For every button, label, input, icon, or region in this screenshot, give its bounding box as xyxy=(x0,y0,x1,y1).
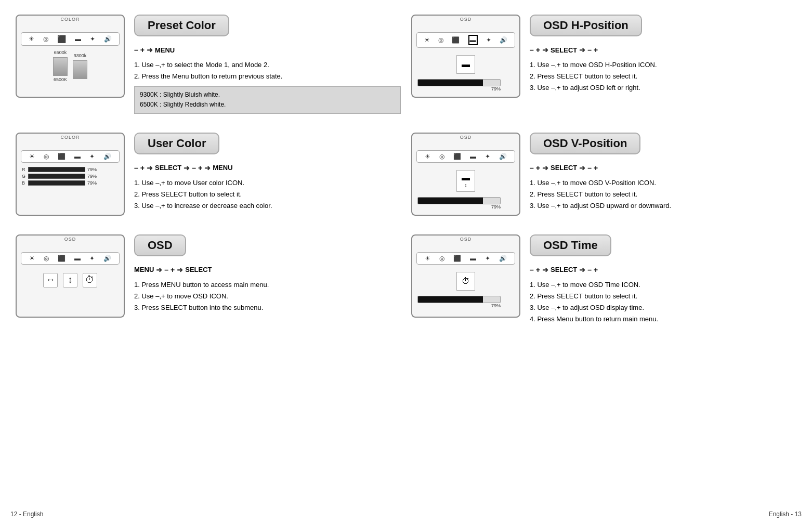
osd-h-title-wrap: OSD H-Position xyxy=(530,15,796,42)
osd-time-progress-label: 79% xyxy=(417,303,501,308)
osd-instruction-1: 1. Press MENU button to access main menu… xyxy=(134,279,401,291)
brightness-icon-osd: ☀ xyxy=(29,255,35,262)
color-icon-osd: ⬛ xyxy=(58,255,66,262)
osd-h-instruction-2: 2. Press SELECT button to select it. xyxy=(530,71,796,82)
preset-color-controls: – + ➜ MENU xyxy=(134,46,401,54)
preset-color-list: 1. Use –,+ to select the Mode 1, and Mod… xyxy=(134,59,401,82)
contrast-icon-h: ◎ xyxy=(438,36,443,44)
color-swatches: 6500k 6500K 9300k xyxy=(17,50,124,82)
contrast-icon-u: ◎ xyxy=(44,153,49,160)
volume-icon-u: 🔊 xyxy=(103,153,111,160)
user-icon-bar: ☀ ◎ ⬛ ▬ ✦ 🔊 xyxy=(21,150,120,163)
osd-title: OSD xyxy=(134,234,186,256)
osd-time-instruction-4: 4. Press Menu button to return main menu… xyxy=(530,313,796,325)
osd-sub-icon-3: ⏱ xyxy=(83,273,97,287)
osd-h-monitor: OSD ☀ ◎ ⬛ ▬ ✦ 🔊 ▬ 79% xyxy=(411,15,520,98)
osd-h-list: 1. Use –,+ to move OSD H-Position ICON. … xyxy=(530,59,796,94)
osd-controls: MENU ➜ – + ➜ SELECT xyxy=(134,266,401,274)
user-color-bars: R 79% G 79% B 79% xyxy=(17,167,124,186)
osd-time-progress-area: 79% xyxy=(412,296,519,308)
swatch-9300k-top-label: 9300k xyxy=(74,53,87,58)
osd-h-instruction-3: 3. Use –,+ to adjust OSD left or right. xyxy=(530,82,796,94)
osd-time-instruction-3: 3. Use –,+ to adjust OSD display time. xyxy=(530,302,796,313)
preset-color-title: Preset Color xyxy=(134,15,229,36)
color-icon: ⬛ xyxy=(57,35,66,43)
osd-v-position-section: OSD ☀ ◎ ⬛ ▬ ✦ 🔊 ▬ ↕ 79% xyxy=(406,123,802,225)
osd-h-icon-bar: ☀ ◎ ⬛ ▬ ✦ 🔊 xyxy=(416,32,515,48)
osd-time-instruction-1: 1. Use –,+ to move OSD Time ICON. xyxy=(530,279,796,291)
footer-left: 12 - English xyxy=(10,511,43,518)
osd-v-list: 1. Use –,+ to move OSD V-Position ICON. … xyxy=(530,177,796,212)
osd-time-progress-fill xyxy=(418,296,483,303)
osd-h-progress-bar xyxy=(417,79,501,86)
osd-time-section: OSD ☀ ◎ ⬛ ▬ ✦ 🔊 ⏱ 79% OSD Time xyxy=(406,225,802,334)
osd-h-title: OSD H-Position xyxy=(530,15,642,36)
osd-sub-icons: ↔ ↕ ⏱ xyxy=(17,273,124,287)
osd-time-monitor: OSD ☀ ◎ ⬛ ▬ ✦ 🔊 ⏱ 79% xyxy=(411,234,520,318)
swatch-9300k-box xyxy=(73,60,87,79)
preset-color-instructions: Preset Color – + ➜ MENU 1. Use –,+ to se… xyxy=(134,15,401,114)
color-icon-u: ⬛ xyxy=(58,153,66,160)
swatch-6500k-top-label: 6500k xyxy=(54,50,67,55)
contrast-icon-osd: ◎ xyxy=(44,255,49,262)
user-monitor-label: COLOR xyxy=(17,135,124,140)
swatch-6500k-box xyxy=(53,57,68,76)
picture-icon-h: ▬ xyxy=(468,35,478,45)
osd-v-title: OSD V-Position xyxy=(530,133,640,154)
color-bar-r: R 79% xyxy=(22,167,119,172)
osd-h-sub-icon-area: ▬ xyxy=(412,55,519,74)
osd-icon-bar: ☀ ◎ ⬛ ▬ ✦ 🔊 xyxy=(21,252,120,265)
preset-info-box: 9300K : Slightly Bluish white. 6500K : S… xyxy=(134,86,401,113)
volume-icon-h: 🔊 xyxy=(500,36,507,44)
osd-v-instruction-1: 1. Use –,+ to move OSD V-Position ICON. xyxy=(530,177,796,189)
osd-time-list: 1. Use –,+ to move OSD Time ICON. 2. Pre… xyxy=(530,279,796,325)
osd-h-monitor-label: OSD xyxy=(412,17,519,22)
contrast-icon-t: ◎ xyxy=(439,255,444,262)
user-color-controls: – + ➜ SELECT ➜ – + ➜ MENU xyxy=(134,164,401,172)
swatch-6500k: 6500k 6500K xyxy=(53,50,68,82)
preset-icon-bar: ☀ ◎ ⬛ ▬ ✦ 🔊 xyxy=(21,32,120,46)
user-color-title: User Color xyxy=(134,133,219,154)
osd-v-icon-bar: ☀ ◎ ⬛ ▬ ✦ 🔊 xyxy=(416,150,515,163)
brightness-icon-t: ☀ xyxy=(425,255,430,262)
user-color-title-wrap: User Color xyxy=(134,133,401,160)
osd-sub-icon-2: ↕ xyxy=(63,273,77,287)
settings-icon-t: ✦ xyxy=(485,255,490,262)
osd-time-progress-bar xyxy=(417,296,501,303)
osd-time-instruction-2: 2. Press SELECT button to select it. xyxy=(530,291,796,302)
picture-icon-v: ▬ xyxy=(470,153,476,160)
user-color-monitor: COLOR ☀ ◎ ⬛ ▬ ✦ 🔊 R 79% G 79% xyxy=(16,133,125,216)
osd-monitor-label: OSD xyxy=(17,237,124,242)
osd-time-title: OSD Time xyxy=(530,234,611,256)
osd-v-instructions: OSD V-Position – + ➜ SELECT ➜ – + 1. Use… xyxy=(530,133,796,212)
contrast-icon: ◎ xyxy=(43,35,48,43)
brightness-icon-h: ☀ xyxy=(424,36,430,44)
osd-h-sub-icon: ▬ xyxy=(456,55,475,74)
osd-v-progress-fill xyxy=(418,198,483,204)
osd-list: 1. Press MENU button to access main menu… xyxy=(134,279,401,313)
color-icon-v: ⬛ xyxy=(453,153,461,160)
user-color-instructions: User Color – + ➜ SELECT ➜ – + ➜ MENU 1. … xyxy=(134,133,401,212)
settings-icon: ✦ xyxy=(90,35,95,43)
picture-icon: ▬ xyxy=(75,35,81,43)
osd-time-title-wrap: OSD Time xyxy=(530,234,796,262)
osd-h-progress-fill xyxy=(418,80,483,86)
picture-icon-osd: ▬ xyxy=(74,255,81,262)
user-instruction-1: 1. Use –,+ to move User color ICON. xyxy=(134,177,401,189)
osd-h-progress-label: 79% xyxy=(417,86,501,91)
user-color-section: COLOR ☀ ◎ ⬛ ▬ ✦ 🔊 R 79% G 79% xyxy=(10,123,406,225)
volume-icon-osd: 🔊 xyxy=(103,255,111,262)
contrast-icon-v: ◎ xyxy=(439,153,444,160)
osd-v-sub-icon: ▬ ↕ xyxy=(456,170,475,192)
osd-sub-icon-1: ↔ xyxy=(43,273,58,287)
color-icon-t: ⬛ xyxy=(453,255,461,262)
osd-time-instructions: OSD Time – + ➜ SELECT ➜ – + 1. Use –,+ t… xyxy=(530,234,796,325)
osd-v-progress-area: 79% xyxy=(412,197,519,210)
osd-title-wrap: OSD xyxy=(134,234,401,262)
picture-icon-u: ▬ xyxy=(74,153,81,160)
swatch-9300k: 9300k xyxy=(73,53,87,79)
osd-time-monitor-label: OSD xyxy=(412,237,519,242)
osd-instruction-3: 3. Press SELECT button into the submenu. xyxy=(134,302,401,313)
volume-icon-t: 🔊 xyxy=(499,255,507,262)
preset-color-title-wrap: Preset Color xyxy=(134,15,401,42)
